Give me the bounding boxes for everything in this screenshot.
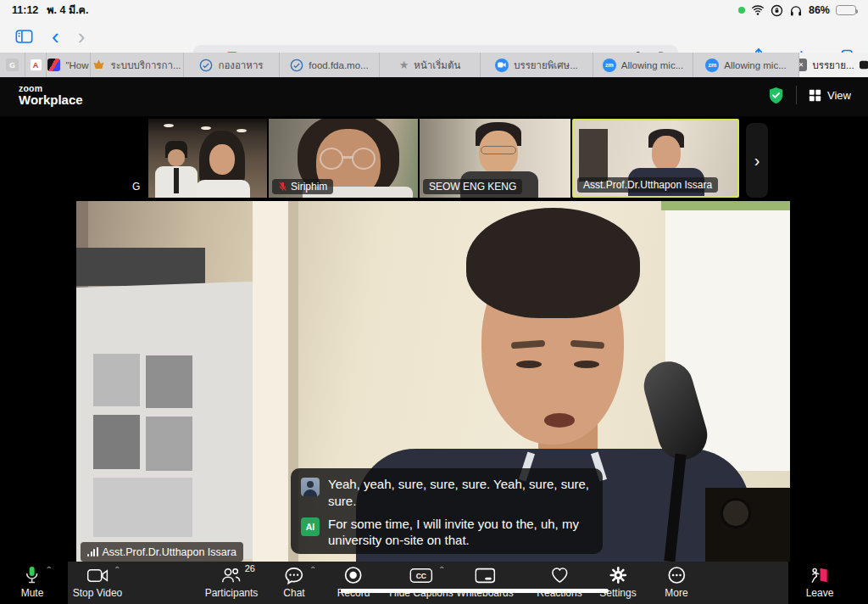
video-options-caret[interactable]: ⌃: [114, 565, 120, 574]
whiteboards-button[interactable]: Whiteboards: [456, 565, 513, 599]
settings-button[interactable]: Settings: [599, 565, 636, 599]
ceiling-light: [236, 129, 247, 132]
m-favicon: [47, 59, 60, 71]
eye-right: [574, 361, 599, 368]
encryption-shield-icon[interactable]: [768, 87, 784, 104]
next-participants-button[interactable]: ›: [746, 123, 768, 198]
participant-tile-siriphim[interactable]: Siriphim: [269, 119, 418, 198]
back-button[interactable]: ‹: [52, 29, 59, 44]
zoom-workplace-logo: zoom Workplace: [19, 84, 83, 107]
ceiling-light: [164, 124, 174, 127]
more-button[interactable]: More: [665, 565, 687, 599]
student2-shirt: [196, 180, 250, 198]
captions-options-caret[interactable]: ⌃: [438, 565, 445, 574]
pillar: [253, 201, 288, 562]
fda-favicon: [290, 59, 303, 72]
caption-row: AI For some time, I will invite you to t…: [301, 516, 593, 550]
slide-photo: [146, 417, 192, 471]
caption-text: Yeah, yeah, sure, sure, sure. Yeah, sure…: [328, 476, 593, 510]
participant-tile-partial[interactable]: G: [127, 119, 147, 198]
active-speaker-video[interactable]: Yeah, yeah, sure, sure, sure. Yeah, sure…: [76, 201, 790, 562]
slide-photo: [93, 415, 140, 469]
star-favicon: ★: [399, 59, 409, 71]
speaker-knob: [721, 498, 751, 528]
tab-food-division[interactable]: กองอาหาร: [184, 53, 280, 77]
svg-text:CC: CC: [416, 572, 426, 580]
slide-photo: [93, 354, 140, 406]
participant-name: SEOW ENG KENG: [423, 179, 522, 194]
wifi-icon: [751, 4, 765, 16]
hide-captions-button[interactable]: CC⌃ Hide Captions: [389, 565, 453, 599]
background-poster: [579, 129, 608, 182]
battery-icon: [836, 5, 856, 15]
live-captions-panel: Yeah, yeah, sure, sure, sure. Yeah, sure…: [291, 468, 603, 554]
slide-photo: [146, 355, 192, 408]
date: พ. 4 มี.ค.: [47, 2, 88, 19]
tab-gov-service[interactable]: ระบบบริการกา...: [91, 53, 184, 77]
clock: 11:12: [12, 4, 38, 16]
main-stage: Yeah, yeah, sure, sure, sure. Yeah, sure…: [0, 201, 868, 562]
divider: [796, 86, 797, 104]
safari-tab-bar: G A "How ระบบบริการกา... กองอาหาร food.f…: [0, 53, 868, 78]
stop-video-button[interactable]: ⌃ Stop Video: [73, 565, 123, 599]
tab-allowing-mic-2[interactable]: zm Allowing mic...: [693, 53, 799, 77]
participant-name: Asst.Prof.Dr.Utthapon Issara: [577, 177, 718, 193]
participant-tile-utthapon[interactable]: Asst.Prof.Dr.Utthapon Issara: [572, 119, 739, 198]
glasses-bridge: [342, 156, 353, 159]
forward-button[interactable]: ›: [78, 29, 86, 44]
tab-g[interactable]: G: [0, 53, 25, 77]
student1-face: [168, 149, 185, 166]
leave-button[interactable]: Leave: [806, 565, 834, 599]
view-label: View: [827, 89, 851, 102]
fda-favicon: [199, 59, 213, 72]
window-green-strip: [661, 201, 790, 210]
participant-thumbnail-strip: G Siriphim: [0, 116, 868, 201]
camera-in-use-dot-icon: [738, 7, 745, 14]
projector-top-bar: [76, 248, 205, 286]
tab-active-meeting[interactable]: ✕ บรรยาย...: [799, 53, 868, 77]
record-button[interactable]: Record: [337, 565, 370, 599]
safari-toolbar: ‹ › zoom.us ↻ +: [0, 20, 868, 53]
tab-lecture[interactable]: บรรยายพิเศษ...: [481, 53, 593, 77]
speaker-box: [705, 488, 790, 562]
caption-text: For some time, I will invite you to the,…: [328, 516, 593, 550]
status-bar: 11:12 พ. 4 มี.ค. 86%: [0, 0, 868, 20]
mute-options-caret[interactable]: ⌃: [46, 565, 53, 574]
zm-favicon: zm: [603, 59, 616, 72]
tab-a[interactable]: A: [25, 53, 47, 77]
headphones-icon: [789, 4, 803, 17]
ceiling-light: [201, 126, 211, 130]
participants-count-badge: 26: [245, 563, 255, 573]
reactions-button[interactable]: Reactions: [537, 565, 581, 599]
glasses: [481, 146, 516, 154]
mute-button[interactable]: ⌃ Mute: [21, 565, 44, 599]
participant-tile-seow[interactable]: SEOW ENG KENG: [420, 119, 570, 198]
caption-row: Yeah, yeah, sure, sure, sure. Yeah, sure…: [301, 476, 593, 510]
eye-left: [516, 361, 542, 368]
view-button[interactable]: View: [809, 89, 851, 102]
glasses-left: [320, 148, 343, 170]
participants-button[interactable]: 26 Participants: [205, 565, 259, 599]
mouth: [544, 413, 575, 428]
tab-fda[interactable]: food.fda.mo...: [280, 53, 380, 77]
student1-tie: [174, 168, 179, 193]
chat-options-caret[interactable]: ⌃: [309, 565, 316, 574]
zoom-camera-favicon: [495, 59, 509, 72]
chat-button[interactable]: ⌃ Chat: [283, 565, 304, 599]
close-tab-icon[interactable]: ✕: [799, 59, 807, 71]
tab-camera-in-use-icon: [860, 60, 868, 70]
participant-name-row: Siriphim: [272, 179, 333, 194]
tab-start-page[interactable]: ★ หน้าเริ่มต้น: [380, 53, 481, 77]
participant-name: G: [131, 179, 142, 194]
glasses-right: [352, 148, 376, 170]
home-indicator[interactable]: [341, 589, 609, 593]
tab-allowing-mic-1[interactable]: zm Allowing mic...: [593, 53, 693, 77]
ai-companion-badge: AI: [301, 517, 320, 536]
tab-how[interactable]: "How: [47, 53, 91, 77]
zoom-header: zoom Workplace View: [0, 78, 868, 116]
participant-tile-classroom[interactable]: [148, 119, 267, 198]
sidebar-toggle-icon[interactable]: [15, 29, 33, 44]
face: [652, 136, 681, 171]
student2-face: [209, 144, 235, 175]
battery-percent: 86%: [809, 4, 830, 16]
